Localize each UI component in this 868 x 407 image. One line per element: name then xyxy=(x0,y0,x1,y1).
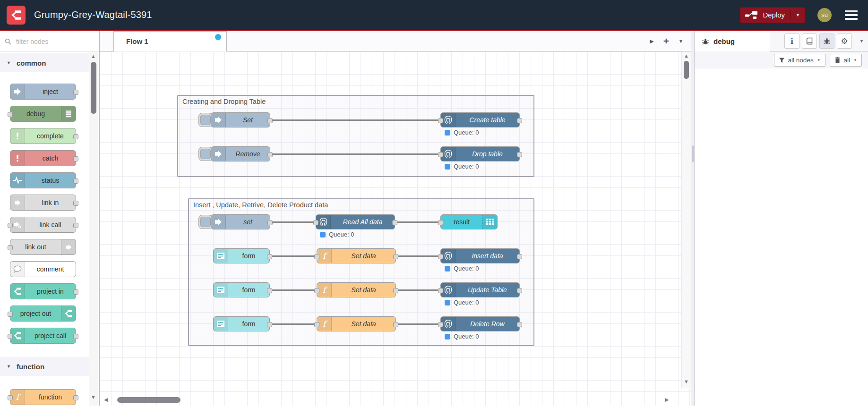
debug-panel-button[interactable] xyxy=(819,34,834,49)
canvas-vscrollbar-thumb[interactable] xyxy=(684,61,689,79)
info-panel-button[interactable]: i xyxy=(784,34,799,49)
port-out[interactable] xyxy=(73,178,78,184)
palette-scrollbar[interactable]: ▲ ▼ xyxy=(89,52,98,406)
palette-node-project-in[interactable]: project in xyxy=(10,283,76,299)
wire[interactable] xyxy=(269,289,318,291)
port-in[interactable] xyxy=(8,245,13,250)
port-out[interactable] xyxy=(267,254,272,259)
port-out[interactable] xyxy=(267,322,272,327)
scroll-down-icon[interactable]: ▼ xyxy=(684,379,689,384)
search-input[interactable] xyxy=(15,37,77,46)
scroll-down-icon[interactable]: ▼ xyxy=(91,394,96,400)
port-in[interactable] xyxy=(438,288,443,293)
wire[interactable] xyxy=(269,255,318,257)
user-avatar[interactable]: su xyxy=(817,8,832,22)
port-in[interactable] xyxy=(313,220,318,225)
port-out[interactable] xyxy=(267,288,272,293)
palette-category-function[interactable]: ▼function xyxy=(0,357,90,376)
wire[interactable] xyxy=(395,323,441,325)
tab-scroll-right-icon[interactable]: ▶ xyxy=(650,38,653,44)
port-out[interactable] xyxy=(73,90,78,95)
palette-node-comment[interactable]: comment xyxy=(10,261,76,277)
port-in[interactable] xyxy=(8,395,13,400)
debug-filter-button[interactable]: all nodes ▼ xyxy=(774,54,825,67)
port-out[interactable] xyxy=(393,288,398,293)
settings-panel-button[interactable]: ⚙ xyxy=(837,34,852,49)
canvas-vscrollbar[interactable]: ▲ ▼ xyxy=(681,51,691,388)
canvas-hscrollbar-thumb[interactable] xyxy=(117,397,180,403)
port-out[interactable] xyxy=(517,322,522,327)
debug-clear-button[interactable]: all ▼ xyxy=(830,54,862,67)
wire[interactable] xyxy=(394,221,441,223)
port-out[interactable] xyxy=(73,134,78,139)
wire[interactable] xyxy=(269,323,318,325)
port-in[interactable] xyxy=(438,322,443,327)
palette-node-project-out[interactable]: project out xyxy=(10,305,76,322)
palette-scrollbar-thumb[interactable] xyxy=(91,62,96,114)
port-out[interactable] xyxy=(73,395,78,400)
port-out[interactable] xyxy=(267,152,273,157)
flow-node-update[interactable]: Update Table xyxy=(440,282,520,297)
port-out[interactable] xyxy=(73,156,78,161)
add-flow-button[interactable]: + xyxy=(663,35,669,47)
flow-node-setdata3[interactable]: fSet data xyxy=(317,316,396,331)
port-in[interactable] xyxy=(8,112,13,117)
port-in[interactable] xyxy=(314,322,319,327)
port-out[interactable] xyxy=(517,118,522,123)
scroll-left-icon[interactable]: ◀ xyxy=(104,397,108,403)
palette-node-link-call[interactable]: link call xyxy=(10,217,76,233)
flow-node-create[interactable]: Create table xyxy=(440,112,520,127)
wire[interactable] xyxy=(269,153,441,155)
flow-node-set1[interactable]: Set xyxy=(211,112,270,127)
palette-category-common[interactable]: ▼common xyxy=(0,53,90,72)
port-out[interactable] xyxy=(73,334,78,339)
flow-canvas[interactable]: ▲ ▼ ◀ ▶ Creating and Droping TableInsert… xyxy=(100,51,691,406)
port-out[interactable] xyxy=(73,223,78,228)
main-menu-button[interactable] xyxy=(845,8,858,22)
flow-node-form2[interactable]: form xyxy=(213,282,270,297)
scroll-right-icon[interactable]: ▶ xyxy=(665,397,669,403)
flow-node-readall[interactable]: Read All data xyxy=(316,214,395,229)
port-out[interactable] xyxy=(393,322,398,327)
port-out[interactable] xyxy=(517,254,522,259)
palette-node-status[interactable]: status xyxy=(10,172,76,188)
canvas-hscrollbar[interactable]: ◀ ▶ xyxy=(100,394,681,406)
port-in[interactable] xyxy=(438,254,443,259)
splitter-handle[interactable] xyxy=(692,145,694,162)
palette-node-project-call[interactable]: project call xyxy=(10,328,76,344)
wire[interactable] xyxy=(395,289,441,291)
port-out[interactable] xyxy=(517,152,522,157)
port-in[interactable] xyxy=(8,334,13,339)
flow-node-setdata1[interactable]: fSet data xyxy=(317,248,396,263)
port-in[interactable] xyxy=(8,223,13,228)
port-out[interactable] xyxy=(393,254,398,259)
palette-node-catch[interactable]: catch xyxy=(10,150,76,166)
port-in[interactable] xyxy=(438,118,443,123)
flow-node-setdata2[interactable]: fSet data xyxy=(317,282,396,297)
flow-node-form1[interactable]: form xyxy=(213,248,270,263)
deploy-options-caret-icon[interactable]: ▼ xyxy=(796,13,800,17)
port-out[interactable] xyxy=(517,288,522,293)
wire[interactable] xyxy=(269,119,441,121)
port-out[interactable] xyxy=(267,220,273,225)
port-out[interactable] xyxy=(73,289,78,295)
wire[interactable] xyxy=(269,221,317,223)
port-in[interactable] xyxy=(314,254,319,259)
port-in[interactable] xyxy=(438,152,443,157)
port-in[interactable] xyxy=(8,312,13,317)
flow-node-delete[interactable]: Delete Row xyxy=(440,316,520,331)
sidebar-tabs-caret-icon[interactable]: ▼ xyxy=(859,39,864,43)
palette-node-complete[interactable]: complete xyxy=(10,128,76,144)
help-panel-button[interactable] xyxy=(802,34,817,49)
flow-node-insert[interactable]: Insert data xyxy=(440,248,520,263)
scroll-up-icon[interactable]: ▲ xyxy=(91,53,96,59)
palette-node-debug[interactable]: debug xyxy=(10,106,76,122)
tab-debug[interactable]: debug xyxy=(695,31,770,51)
palette-node-function[interactable]: ffunction xyxy=(10,389,76,405)
flow-node-drop[interactable]: Drop table xyxy=(440,146,520,161)
port-out[interactable] xyxy=(267,118,273,123)
flow-node-result[interactable]: result xyxy=(440,214,498,229)
palette-node-inject[interactable]: inject xyxy=(10,84,76,100)
wire[interactable] xyxy=(395,255,441,257)
port-in[interactable] xyxy=(314,288,319,293)
